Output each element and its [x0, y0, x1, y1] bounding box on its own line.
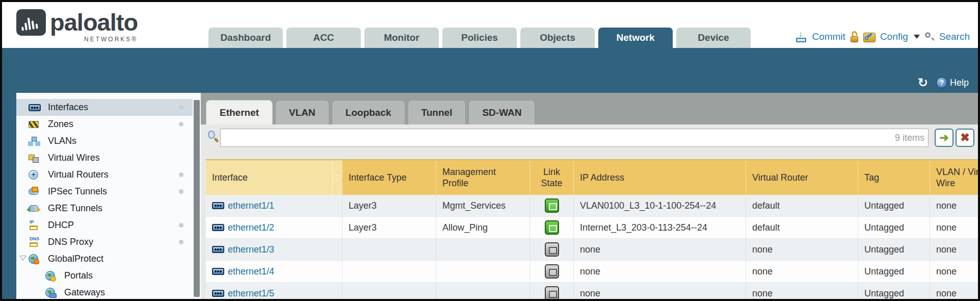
- column-header-management-profile[interactable]: Management Profile: [436, 160, 530, 195]
- table-row: ethernet1/1 Layer3 Mgmt_Services VLAN010…: [206, 195, 978, 217]
- table-header-row: Interface ▽ Interface Type Management Pr…: [206, 159, 978, 195]
- filter-bar: 9 items ➜ ✖: [201, 124, 978, 151]
- sort-dropdown-icon[interactable]: ▽: [332, 160, 342, 195]
- interface-link[interactable]: ethernet1/3: [228, 244, 274, 255]
- secondary-header-band: ↻ ? Help: [2, 48, 978, 93]
- portals-icon: [45, 271, 55, 281]
- tab-policies[interactable]: Policies: [442, 28, 517, 48]
- virtual-routers-icon: +: [29, 170, 38, 180]
- link-state-icon[interactable]: [545, 220, 559, 235]
- column-header-virtual-router[interactable]: Virtual Router: [746, 160, 858, 195]
- commit-button[interactable]: Commit: [812, 31, 845, 42]
- help-icon: ?: [936, 77, 947, 88]
- logo-networks-text: NETWORKS®: [50, 36, 138, 43]
- vlans-icon: [29, 137, 39, 145]
- interface-link[interactable]: ethernet1/2: [228, 222, 274, 233]
- tab-ethernet[interactable]: Ethernet: [206, 100, 273, 124]
- clear-filter-button[interactable]: ✖: [956, 129, 974, 147]
- tab-tunnel[interactable]: Tunnel: [408, 100, 466, 124]
- tab-device[interactable]: Device: [676, 28, 751, 48]
- status-dot: [179, 223, 183, 228]
- sidebar-item-ipsec-tunnels[interactable]: IPSec Tunnels: [16, 183, 193, 200]
- lock-icon[interactable]: [850, 31, 859, 42]
- interface-link[interactable]: ethernet1/1: [228, 200, 274, 211]
- interface-link[interactable]: ethernet1/5: [228, 288, 274, 299]
- zones-icon: [29, 121, 39, 128]
- link-state-icon[interactable]: [545, 198, 559, 213]
- paloalto-logo-icon: [16, 9, 46, 36]
- link-state-icon[interactable]: [545, 242, 559, 257]
- column-header-vlan-virtual-wire[interactable]: VLAN / Virtual-Wire: [930, 160, 978, 195]
- chevron-down-icon[interactable]: [914, 35, 920, 39]
- tab-loopback[interactable]: Loopback: [332, 100, 405, 124]
- tab-objects[interactable]: Objects: [520, 28, 595, 48]
- tab-monitor[interactable]: Monitor: [364, 28, 439, 48]
- status-dot: [179, 189, 183, 194]
- column-header-interface[interactable]: Interface: [206, 160, 332, 195]
- ipsec-tunnels-icon: [29, 188, 39, 195]
- collapse-triangle-icon[interactable]: [19, 256, 27, 261]
- sidebar-item-dns-proxy[interactable]: DNS DNS Proxy: [16, 234, 193, 250]
- sidebar-item-dhcp[interactable]: IP DHCP: [16, 217, 193, 234]
- sidebar-item-zones[interactable]: Zones: [16, 116, 193, 133]
- gateways-icon: [45, 288, 55, 297]
- sidebar-item-globalprotect[interactable]: GlobalProtect: [16, 250, 193, 267]
- help-label: Help: [950, 78, 969, 88]
- tab-dashboard[interactable]: Dashboard: [208, 28, 283, 48]
- status-dot: [179, 122, 183, 127]
- filter-search-icon: [207, 131, 219, 144]
- sidebar-item-virtual-wires[interactable]: Virtual Wires: [16, 149, 193, 166]
- column-header-interface-type[interactable]: Interface Type: [342, 160, 436, 195]
- table-row: ethernet1/5 none none Untagged none: [206, 283, 978, 299]
- panos-web-ui: paloalto NETWORKS® Dashboard ACC Monitor…: [0, 0, 980, 301]
- ethernet-port-icon: [212, 268, 224, 275]
- table-row: ethernet1/3 none none Untagged none: [206, 239, 978, 261]
- apply-filter-button[interactable]: ➜: [935, 129, 953, 147]
- config-icon: [863, 32, 876, 42]
- status-dot: [179, 105, 183, 110]
- sidebar-item-portals[interactable]: Portals: [16, 267, 193, 284]
- sidebar-item-gateways[interactable]: Gateways: [16, 284, 193, 299]
- interfaces-table: Interface ▽ Interface Type Management Pr…: [206, 159, 978, 299]
- main-content: Ethernet VLAN Loopback Tunnel SD-WAN 9 i…: [201, 93, 978, 299]
- ethernet-port-icon: [212, 224, 224, 231]
- link-state-icon[interactable]: [545, 286, 559, 299]
- globalprotect-icon: [29, 254, 38, 264]
- gre-tunnels-icon: [29, 205, 39, 212]
- ethernet-port-icon: [29, 104, 41, 111]
- link-state-icon[interactable]: [545, 264, 559, 279]
- column-header-tag[interactable]: Tag: [858, 160, 930, 195]
- status-dot: [179, 240, 183, 244]
- virtual-wires-icon: [29, 154, 39, 162]
- ethernet-port-icon: [212, 202, 224, 209]
- search-icon: [924, 32, 935, 42]
- status-dot: [179, 172, 183, 177]
- sidebar-item-vlans[interactable]: VLANs: [16, 133, 193, 149]
- config-menu[interactable]: Config: [880, 31, 908, 42]
- sidebar-scrollbar[interactable]: [194, 100, 200, 297]
- sidebar-item-gre-tunnels[interactable]: GRE Tunnels: [16, 200, 193, 217]
- sidebar-item-virtual-routers[interactable]: + Virtual Routers: [16, 166, 193, 183]
- main-nav-tabs: Dashboard ACC Monitor Policies Objects N…: [208, 28, 751, 48]
- interface-link[interactable]: ethernet1/4: [228, 266, 274, 277]
- dhcp-icon: IP: [29, 220, 40, 231]
- refresh-icon[interactable]: ↻: [918, 77, 928, 89]
- tab-acc[interactable]: ACC: [286, 28, 361, 48]
- column-header-ip-address[interactable]: IP Address: [574, 160, 746, 195]
- filter-input[interactable]: [220, 129, 929, 147]
- search-button[interactable]: Search: [939, 31, 970, 42]
- commit-icon: ↓: [795, 31, 807, 43]
- network-sidebar: Interfaces Zones VLANs Virtual Wires + V…: [16, 93, 201, 299]
- tab-vlan[interactable]: VLAN: [275, 100, 329, 124]
- dns-proxy-icon: DNS: [29, 237, 40, 247]
- interface-subtabs: Ethernet VLAN Loopback Tunnel SD-WAN: [206, 100, 535, 124]
- tab-network[interactable]: Network: [598, 28, 673, 48]
- left-edge-band: [2, 93, 16, 299]
- table-row: ethernet1/4 none none Untagged none: [206, 261, 978, 283]
- header-utilities: ↓ Commit Config Search: [795, 27, 970, 47]
- tab-sdwan[interactable]: SD-WAN: [468, 100, 535, 124]
- sidebar-item-interfaces[interactable]: Interfaces: [16, 99, 193, 116]
- help-link[interactable]: ? Help: [936, 77, 969, 88]
- column-header-link-state[interactable]: Link State: [530, 160, 574, 195]
- paloalto-logo: paloalto NETWORKS®: [16, 9, 138, 43]
